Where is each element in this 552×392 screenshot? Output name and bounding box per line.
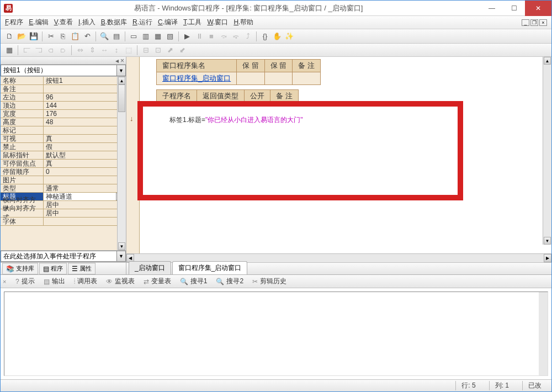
object-selector[interactable] — [1, 65, 117, 76]
dropdown-icon[interactable]: ▼ — [117, 251, 126, 262]
output-body[interactable] — [4, 292, 548, 376]
dropdown-icon[interactable]: ▼ — [117, 65, 126, 76]
panel-tab[interactable]: 📚支持库 — [2, 263, 38, 274]
alignt-icon[interactable]: ⫐ — [57, 45, 68, 56]
alignc-icon[interactable]: ⫎ — [33, 45, 44, 56]
editor-vscroll[interactable]: ▲▼ — [543, 57, 551, 245]
menu-bar: F.程序E.编辑V.查看I.插入B.数据库R.运行C.编译T.工具W.窗口H.帮… — [1, 16, 551, 29]
title-bar: 易 易语言 - Windows窗口程序 - [程序集: 窗口程序集_启动窗口 /… — [1, 1, 551, 16]
bottom-tab[interactable]: ▤输出 — [40, 275, 69, 288]
menu-item[interactable]: W.窗口 — [207, 18, 228, 27]
arrow-marker-icon: ↓ — [130, 114, 134, 123]
menu-item[interactable]: H.帮助 — [233, 18, 253, 27]
property-row[interactable]: 左边96 — [1, 93, 126, 102]
status-col: 列: 1 — [489, 381, 514, 390]
bottom-tab[interactable]: 🔍搜寻1 — [176, 275, 211, 288]
property-row[interactable]: 顶边144 — [1, 102, 126, 110]
property-row[interactable]: 可视真 — [1, 135, 126, 143]
bottom-tab[interactable]: ?提示 — [12, 275, 39, 288]
bottom-tab[interactable]: ⇄变量表 — [140, 275, 175, 288]
menu-item[interactable]: C.编译 — [158, 18, 178, 27]
status-modified: 已改 — [522, 381, 547, 390]
panel-close-icon[interactable]: × — [3, 278, 10, 285]
close-button[interactable]: ✕ — [525, 1, 551, 16]
menu-item[interactable]: E.编辑 — [29, 18, 48, 27]
grid-icon[interactable]: ▦ — [4, 45, 15, 56]
property-row[interactable]: 名称按钮1 — [1, 77, 126, 85]
distribh-icon[interactable]: ⇔ — [75, 45, 86, 56]
property-row[interactable]: 备注 — [1, 85, 126, 93]
centerh-icon[interactable]: ⊟ — [140, 45, 151, 56]
toolbar-layout: ▦ ⫍ ⫎ ⫏ ⫐ ⇔ ⇕ ↔ ↕ ⬚ ⊟ ⊡ ⬈ ⬋ — [1, 44, 551, 57]
book-icon[interactable]: ▤ — [111, 31, 122, 42]
stepin-icon[interactable]: ⤽ — [230, 31, 241, 42]
property-row[interactable]: 字体 — [1, 218, 126, 226]
editor-tab[interactable]: 窗口程序集_启动窗口 — [172, 261, 248, 274]
stepover-icon[interactable]: ⤼ — [218, 31, 229, 42]
panel-pin-icon[interactable]: ◂ × — [115, 57, 124, 65]
menu-item[interactable]: B.数据库 — [101, 18, 127, 27]
centerv-icon[interactable]: ⊡ — [152, 45, 163, 56]
menu-item[interactable]: R.运行 — [132, 18, 152, 27]
property-panel: ◂ × ▼ 名称按钮1备注左边96顶边144宽度176高度48标记可视真禁止假鼠… — [1, 57, 126, 274]
cut-icon[interactable]: ✂ — [45, 31, 56, 42]
menu-item[interactable]: F.程序 — [5, 18, 23, 27]
minimize-button[interactable]: — — [481, 1, 503, 16]
samew-icon[interactable]: ↔ — [99, 45, 110, 56]
front-icon[interactable]: ⬈ — [164, 45, 176, 56]
panel-tab[interactable]: ▤程序 — [39, 263, 67, 274]
panel-tab[interactable]: ☰属性 — [68, 263, 95, 274]
bottom-tab[interactable]: 🔍搜寻2 — [212, 275, 247, 288]
sameh-icon[interactable]: ↕ — [111, 45, 122, 56]
copy-icon[interactable]: ⎘ — [57, 31, 68, 42]
code-editor[interactable]: ↓ 窗口程序集名保 留保 留备 注 窗口程序集_启动窗口 子程序名返回值类型公开… — [126, 57, 551, 253]
layout3-icon[interactable]: ▧ — [164, 31, 176, 42]
alignl-icon[interactable]: ⫍ — [21, 45, 32, 56]
bottom-tab[interactable]: 👁监视表 — [102, 275, 139, 288]
run-icon[interactable]: ▶ — [182, 31, 193, 42]
menu-item[interactable]: V.查看 — [54, 18, 73, 27]
wand-icon[interactable]: ✨ — [284, 31, 295, 42]
mdi-close-icon[interactable]: × — [539, 19, 547, 26]
property-row[interactable]: 图片 — [1, 176, 126, 184]
mdi-restore-icon[interactable]: ❐ — [530, 19, 538, 26]
editor-tab[interactable]: _启动窗口 — [129, 261, 171, 274]
scrollbar-vertical[interactable]: ▲ ▼ — [117, 77, 126, 250]
paste-icon[interactable]: 📋 — [70, 31, 81, 42]
find-icon[interactable]: 🔍 — [99, 31, 110, 42]
stop-icon[interactable]: ■ — [206, 31, 217, 42]
module-table: 窗口程序集名保 留保 留备 注 窗口程序集_启动窗口 — [156, 59, 321, 85]
bottom-tab[interactable]: ⦙调用表 — [70, 275, 101, 288]
scroll-up-icon[interactable]: ▲ — [118, 77, 125, 84]
window-icon[interactable]: ▭ — [128, 31, 139, 42]
distribv-icon[interactable]: ⇕ — [87, 45, 98, 56]
property-grid[interactable]: 名称按钮1备注左边96顶边144宽度176高度48标记可视真禁止假鼠标指针默认型… — [1, 77, 126, 250]
back-icon[interactable]: ⬋ — [177, 45, 188, 56]
scrollbar-vertical[interactable] — [539, 292, 548, 375]
braces-icon[interactable]: {} — [259, 31, 270, 42]
menu-item[interactable]: T.工具 — [183, 18, 201, 27]
open-icon[interactable]: 📂 — [16, 31, 27, 42]
maximize-button[interactable]: ☐ — [503, 1, 525, 16]
code-line[interactable]: 标签1.标题="你已经从小白进入易语言的大门" — [169, 115, 303, 125]
property-row[interactable]: 标记 — [1, 126, 126, 135]
mdi-minimize-icon[interactable]: _ — [522, 19, 529, 26]
hand-icon[interactable]: ✋ — [272, 31, 283, 42]
undo-icon[interactable]: ↶ — [82, 31, 93, 42]
bottom-tab[interactable]: ✂剪辑历史 — [248, 275, 290, 288]
event-selector[interactable] — [1, 251, 117, 262]
pause-icon[interactable]: ⏸ — [194, 31, 205, 42]
save-icon[interactable]: 💾 — [28, 31, 39, 42]
new-icon[interactable]: 🗋 — [4, 31, 15, 42]
layout2-icon[interactable]: ▦ — [152, 31, 163, 42]
scroll-down-icon[interactable]: ▼ — [118, 242, 125, 250]
property-row[interactable]: 纵向对齐方式居中 — [1, 209, 126, 218]
alignr-icon[interactable]: ⫏ — [45, 45, 56, 56]
property-row[interactable]: 停留顺序0 — [1, 168, 126, 176]
property-row[interactable]: 宽度176 — [1, 110, 126, 118]
menu-item[interactable]: I.插入 — [78, 18, 95, 27]
samesize-icon[interactable]: ⬚ — [123, 45, 134, 56]
property-row[interactable]: 高度48 — [1, 118, 126, 126]
layout1-icon[interactable]: ▥ — [140, 31, 151, 42]
stepout-icon[interactable]: ⤴ — [242, 31, 253, 42]
